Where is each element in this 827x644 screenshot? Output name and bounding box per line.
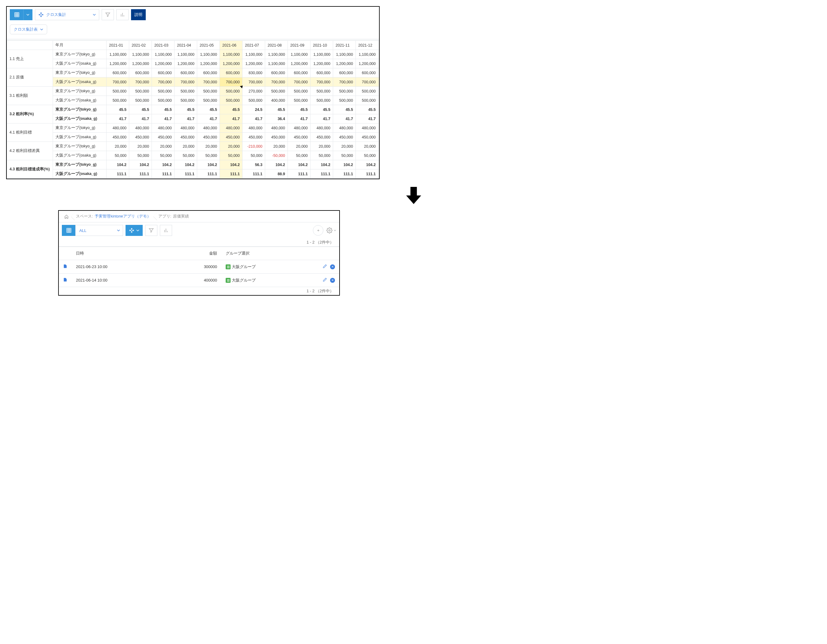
data-cell[interactable]: -50,000 bbox=[265, 151, 288, 160]
data-cell[interactable]: 450,000 bbox=[333, 133, 356, 142]
data-cell[interactable]: 88.9 bbox=[265, 169, 288, 179]
data-cell[interactable]: 24.5 bbox=[242, 105, 265, 114]
data-cell[interactable]: 45.5 bbox=[197, 105, 220, 114]
chart-button[interactable] bbox=[116, 9, 129, 20]
records-view-select[interactable]: ALL bbox=[75, 225, 114, 236]
table-view-icon[interactable] bbox=[10, 9, 23, 20]
data-cell[interactable]: 1,100,000 bbox=[175, 50, 197, 59]
data-cell[interactable]: 111.1 bbox=[242, 169, 265, 179]
data-cell[interactable]: 1,100,000 bbox=[242, 50, 265, 59]
data-cell[interactable]: 480,000 bbox=[152, 123, 175, 133]
data-cell[interactable]: 20,000 bbox=[356, 142, 378, 151]
data-cell[interactable]: 500,000 bbox=[333, 96, 356, 105]
data-cell[interactable]: 111.1 bbox=[152, 169, 175, 179]
data-cell[interactable]: 1,200,000 bbox=[197, 59, 220, 68]
data-cell[interactable]: 500,000 bbox=[333, 87, 356, 96]
data-cell[interactable]: 600,000 bbox=[175, 68, 197, 78]
data-cell[interactable]: 1,100,000 bbox=[152, 50, 175, 59]
data-cell[interactable]: 450,000 bbox=[197, 133, 220, 142]
data-cell[interactable]: 480,000 bbox=[106, 123, 129, 133]
view-mode-caret-icon[interactable] bbox=[23, 9, 33, 20]
data-cell[interactable]: 500,000 bbox=[265, 87, 288, 96]
data-cell[interactable]: 50,000 bbox=[220, 151, 242, 160]
data-cell[interactable]: 104.2 bbox=[152, 160, 175, 169]
data-cell[interactable]: 104.2 bbox=[356, 160, 378, 169]
data-cell[interactable]: 41.7 bbox=[152, 114, 175, 123]
data-cell[interactable]: 1,200,000 bbox=[311, 59, 333, 68]
data-cell[interactable]: 41.7 bbox=[356, 114, 378, 123]
data-cell[interactable]: 50,000 bbox=[175, 151, 197, 160]
data-cell[interactable]: 700,000 bbox=[152, 78, 175, 87]
data-cell[interactable]: 45.5 bbox=[265, 105, 288, 114]
data-cell[interactable]: 450,000 bbox=[265, 133, 288, 142]
sheet-dropdown[interactable]: クロス集計表 bbox=[10, 25, 47, 34]
data-cell[interactable]: 400,000 bbox=[265, 96, 288, 105]
data-cell[interactable]: 600,000 bbox=[220, 68, 242, 78]
data-cell[interactable]: 41.7 bbox=[175, 114, 197, 123]
data-cell[interactable]: 480,000 bbox=[356, 123, 378, 133]
data-cell[interactable]: 450,000 bbox=[288, 133, 311, 142]
data-cell[interactable]: 45.5 bbox=[220, 105, 242, 114]
data-cell[interactable]: 480,000 bbox=[220, 123, 242, 133]
data-cell[interactable]: 1,100,000 bbox=[333, 50, 356, 59]
data-cell[interactable]: 111.1 bbox=[175, 169, 197, 179]
data-cell[interactable]: 500,000 bbox=[288, 87, 311, 96]
data-cell[interactable]: 450,000 bbox=[152, 133, 175, 142]
data-cell[interactable]: 1,100,000 bbox=[288, 50, 311, 59]
data-cell[interactable]: 1,100,000 bbox=[106, 50, 129, 59]
data-cell[interactable]: 41.7 bbox=[242, 114, 265, 123]
data-cell[interactable]: 1,200,000 bbox=[152, 59, 175, 68]
data-cell[interactable]: 45.5 bbox=[129, 105, 152, 114]
data-cell[interactable]: 500,000 bbox=[129, 96, 152, 105]
data-cell[interactable]: 450,000 bbox=[175, 133, 197, 142]
data-cell[interactable]: 111.1 bbox=[106, 169, 129, 179]
data-cell[interactable]: 50,000 bbox=[106, 151, 129, 160]
data-cell[interactable]: 41.7 bbox=[288, 114, 311, 123]
data-cell[interactable]: 450,000 bbox=[220, 133, 242, 142]
data-cell[interactable]: 500,000 bbox=[175, 87, 197, 96]
data-cell[interactable]: 480,000 bbox=[129, 123, 152, 133]
data-cell[interactable]: 111.1 bbox=[129, 169, 152, 179]
data-cell[interactable]: 50,000 bbox=[288, 151, 311, 160]
data-cell[interactable]: 111.1 bbox=[333, 169, 356, 179]
data-cell[interactable]: 20,000 bbox=[333, 142, 356, 151]
data-cell[interactable]: 111.1 bbox=[288, 169, 311, 179]
data-cell[interactable]: 104.2 bbox=[175, 160, 197, 169]
data-cell[interactable]: 1,100,000 bbox=[129, 50, 152, 59]
data-cell[interactable]: -210,000 bbox=[242, 142, 265, 151]
data-cell[interactable]: 1,100,000 bbox=[265, 59, 288, 68]
data-cell[interactable]: 45.5 bbox=[333, 105, 356, 114]
data-cell[interactable]: 36.4 bbox=[265, 114, 288, 123]
data-cell[interactable]: 600,000 bbox=[311, 68, 333, 78]
data-cell[interactable]: 1,200,000 bbox=[220, 59, 242, 68]
breadcrumb-space-link[interactable]: 予実管理kintoneアプリ（デモ） bbox=[95, 214, 151, 219]
data-cell[interactable]: 480,000 bbox=[333, 123, 356, 133]
data-cell[interactable]: 700,000 bbox=[129, 78, 152, 87]
data-cell[interactable]: 600,000 bbox=[288, 68, 311, 78]
delete-button[interactable]: ✕ bbox=[330, 264, 335, 269]
explain-button[interactable]: 説明 bbox=[131, 9, 146, 20]
data-cell[interactable]: 50,000 bbox=[197, 151, 220, 160]
data-cell[interactable]: 500,000 bbox=[152, 87, 175, 96]
data-cell[interactable]: 450,000 bbox=[242, 133, 265, 142]
filter-button[interactable] bbox=[145, 225, 158, 236]
data-cell[interactable]: 111.1 bbox=[356, 169, 378, 179]
data-cell[interactable]: 500,000 bbox=[311, 87, 333, 96]
data-cell[interactable]: 104.2 bbox=[106, 160, 129, 169]
data-cell[interactable]: 1,200,000 bbox=[288, 59, 311, 68]
data-cell[interactable]: 45.5 bbox=[356, 105, 378, 114]
data-cell[interactable]: 104.2 bbox=[265, 160, 288, 169]
data-cell[interactable]: 50,000 bbox=[129, 151, 152, 160]
data-cell[interactable]: 600,000 bbox=[106, 68, 129, 78]
data-cell[interactable]: 1,200,000 bbox=[356, 59, 378, 68]
data-cell[interactable]: 700,000 bbox=[333, 78, 356, 87]
data-cell[interactable]: 1,200,000 bbox=[129, 59, 152, 68]
filter-button[interactable] bbox=[101, 9, 114, 20]
settings-menu[interactable] bbox=[326, 227, 336, 233]
data-cell[interactable]: 20,000 bbox=[129, 142, 152, 151]
data-cell[interactable]: 1,100,000 bbox=[220, 50, 242, 59]
data-cell[interactable]: 41.7 bbox=[311, 114, 333, 123]
data-cell[interactable]: 700,000 bbox=[356, 78, 378, 87]
data-cell[interactable]: 45.5 bbox=[288, 105, 311, 114]
data-cell[interactable]: 700,000 bbox=[265, 78, 288, 87]
